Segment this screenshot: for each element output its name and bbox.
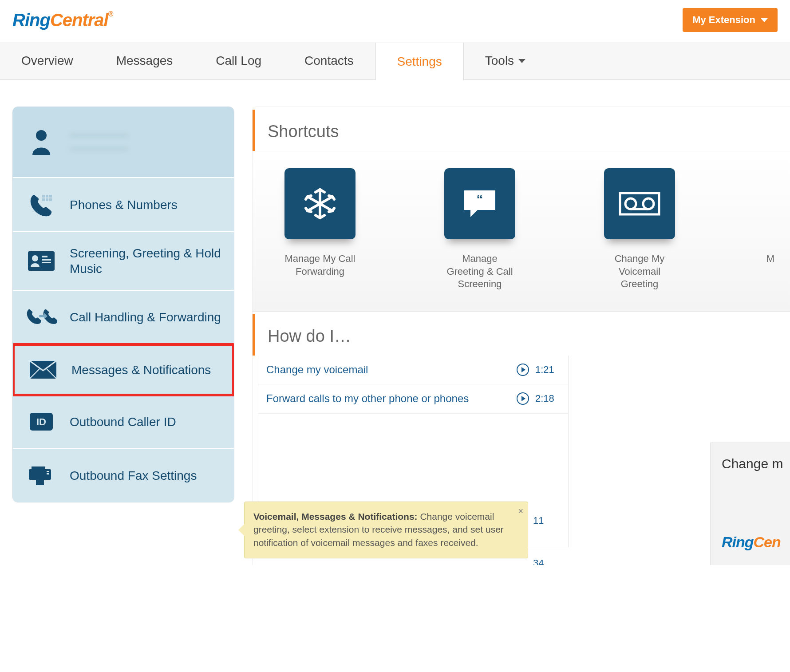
shortcut-label: Manage Greeting & Call Screening [444, 253, 515, 291]
phone-icon [25, 191, 57, 218]
header-bar: RingCentral® My Extension [0, 0, 790, 42]
sidebar-item-label: Call Handling & Forwarding [70, 309, 221, 325]
play-icon [517, 364, 529, 376]
svg-rect-5 [46, 198, 48, 201]
howdoi-item[interactable]: Change my voicemail 1:21 [258, 356, 568, 384]
main-panel: Shortcuts Manage My Call Forwarding “ Ma… [252, 107, 790, 565]
id-card-icon [25, 250, 57, 272]
shortcut-label: M [764, 253, 777, 265]
nav-tab-messages[interactable]: Messages [95, 42, 195, 79]
sidebar-item-outbound-caller-id[interactable]: ID Outbound Caller ID [13, 395, 234, 449]
sidebar-user[interactable]: —————— —————— [13, 107, 234, 178]
nav-tab-tools-label: Tools [485, 54, 514, 68]
logo-part1: Ring [12, 10, 50, 30]
svg-rect-6 [49, 198, 52, 201]
video-thumbnail[interactable]: Change m RingCen [711, 443, 790, 565]
svg-point-25 [643, 198, 654, 209]
play-icon [517, 392, 529, 405]
svg-text:ID: ID [36, 416, 46, 427]
my-extension-button[interactable]: My Extension [683, 8, 778, 32]
nav-tab-overview[interactable]: Overview [0, 42, 95, 79]
svg-text:“: “ [477, 192, 483, 206]
shortcut-label: Manage My Call Forwarding [284, 253, 356, 278]
sidebar-item-label: Messages & Notifications [71, 362, 211, 378]
shortcut-label: Change My Voicemail Greeting [604, 253, 675, 291]
svg-rect-1 [42, 195, 45, 198]
partial-duration: 34 [533, 557, 544, 565]
sidebar-item-label: Screening, Greeting & Hold Music [70, 245, 221, 277]
svg-point-0 [36, 130, 47, 141]
my-extension-label: My Extension [692, 14, 755, 26]
video-preview-panel: Change m RingCen Change my voic 44990 vi… [710, 443, 790, 565]
howdoi-item[interactable]: Forward calls to my other phone or phone… [258, 384, 568, 413]
svg-rect-18 [47, 473, 49, 474]
howdoi-title: Change my voicemail [266, 363, 510, 377]
partial-duration: 11 [533, 515, 544, 526]
nav-tab-tools[interactable]: Tools [464, 42, 547, 79]
chevron-down-icon [761, 18, 768, 22]
logo-part2: Central [50, 10, 108, 30]
svg-rect-11 [42, 262, 51, 263]
logo-reg: ® [108, 10, 113, 18]
howdoi-duration: 1:21 [535, 364, 560, 376]
shortcut-greeting-screening[interactable]: “ Manage Greeting & Call Screening [444, 168, 515, 291]
sidebar-item-label: Outbound Caller ID [70, 414, 176, 430]
cassette-icon [604, 168, 675, 239]
chevron-down-icon [518, 59, 525, 63]
howdoi-heading: How do I… [253, 314, 790, 356]
sidebar-item-label: Phones & Numbers [70, 197, 178, 213]
shortcut-voicemail-greeting[interactable]: Change My Voicemail Greeting [604, 168, 675, 291]
svg-rect-4 [42, 198, 45, 201]
svg-rect-16 [32, 466, 45, 471]
svg-rect-10 [42, 259, 51, 261]
nav-tabs: Overview Messages Call Log Contacts Sett… [0, 42, 790, 80]
id-badge-icon: ID [25, 412, 57, 431]
svg-rect-3 [49, 195, 52, 198]
speech-quote-icon: “ [444, 168, 515, 239]
shortcuts-panel: Manage My Call Forwarding “ Manage Greet… [253, 151, 790, 312]
sidebar-item-phones-numbers[interactable]: Phones & Numbers [13, 178, 234, 232]
nav-tab-call-log[interactable]: Call Log [194, 42, 283, 79]
tooltip-heading: Voicemail, Messages & Notifications: [253, 511, 418, 522]
close-icon[interactable]: × [518, 505, 523, 517]
sidebar-item-outbound-fax[interactable]: Outbound Fax Settings [13, 449, 234, 502]
snowflake-icon [284, 168, 356, 239]
svg-rect-17 [47, 471, 49, 472]
sidebar-item-call-handling[interactable]: Call Handling & Forwarding [13, 291, 234, 344]
shortcut-partial[interactable]: M [764, 168, 777, 291]
settings-sidebar: —————— —————— Phones & Numbers Screening… [12, 107, 234, 502]
user-icon [25, 129, 57, 155]
envelope-icon [27, 360, 59, 379]
sidebar-user-name: —————— —————— [70, 128, 128, 156]
sidebar-item-screening-greeting[interactable]: Screening, Greeting & Hold Music [13, 232, 234, 291]
tooltip-messages-notifications: × Voicemail, Messages & Notifications: C… [244, 502, 528, 558]
shortcuts-heading: Shortcuts [253, 110, 790, 151]
nav-tab-settings[interactable]: Settings [375, 43, 464, 80]
howdoi-duration: 2:18 [535, 393, 560, 404]
call-forward-icon [25, 306, 57, 328]
video-thumb-title: Change m [722, 456, 783, 471]
svg-rect-2 [46, 195, 48, 198]
fax-icon [25, 465, 57, 486]
sidebar-item-messages-notifications[interactable]: Messages & Notifications [12, 343, 234, 396]
shortcut-call-forwarding[interactable]: Manage My Call Forwarding [284, 168, 356, 291]
svg-point-24 [625, 198, 636, 209]
svg-point-8 [32, 255, 38, 261]
logo[interactable]: RingCentral® [12, 10, 113, 30]
nav-tab-contacts[interactable]: Contacts [283, 42, 375, 79]
sidebar-item-label: Outbound Fax Settings [70, 468, 197, 483]
howdoi-title: Forward calls to my other phone or phone… [266, 391, 510, 406]
svg-rect-9 [42, 256, 47, 257]
svg-rect-7 [28, 251, 55, 271]
